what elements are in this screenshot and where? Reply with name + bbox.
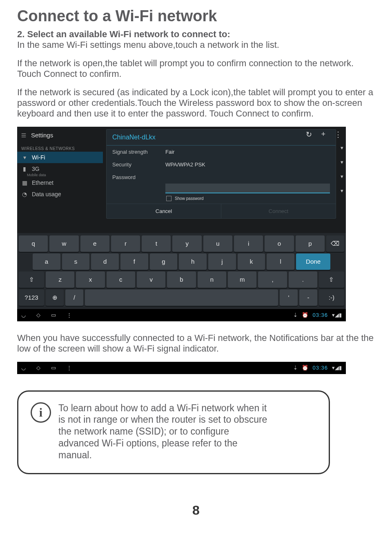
sidebar-item-ethernet[interactable]: ▦ Ethernet xyxy=(17,177,103,188)
signal-icon: ▮ xyxy=(21,166,28,172)
key-s[interactable]: s xyxy=(62,253,90,270)
data-icon: ◔ xyxy=(21,191,28,197)
checkbox-icon xyxy=(166,196,172,201)
wifi-signal-icon: ▾ xyxy=(341,159,343,165)
key-c[interactable]: c xyxy=(107,271,135,288)
key-b[interactable]: b xyxy=(167,271,196,288)
key-smile[interactable]: :-) xyxy=(319,289,344,306)
password-label: Password xyxy=(112,174,165,180)
dialog-ssid: ChinaNet-dLkx xyxy=(107,130,336,146)
key-done[interactable]: Done xyxy=(296,253,330,270)
recent-apps-icon[interactable]: ▭ xyxy=(51,312,56,318)
android-nav-bar: ◡ ◇ ▭ ⋮ ⇣ ⏰ 03:36 ▾◢▮ xyxy=(17,309,346,321)
settings-title[interactable]: Settings xyxy=(17,127,103,144)
key-comma[interactable]: , xyxy=(258,271,287,288)
wifi-signal-icon: ▾ xyxy=(341,145,343,151)
home-icon[interactable]: ◇ xyxy=(36,365,40,371)
svg-rect-1 xyxy=(22,135,26,135)
home-icon[interactable]: ◇ xyxy=(36,312,40,318)
security-value: WPA/WPA2 PSK xyxy=(165,161,205,168)
wifi-password-dialog: ChinaNet-dLkx Signal strength Fair Secur… xyxy=(106,129,336,219)
key-k[interactable]: k xyxy=(238,253,265,270)
nav-more-icon[interactable]: ⋮ xyxy=(67,312,72,318)
key-slash[interactable]: / xyxy=(65,289,83,306)
svg-rect-2 xyxy=(22,137,26,137)
wifi-icon: ▾ xyxy=(21,154,28,161)
cancel-button[interactable]: Cancel xyxy=(107,204,221,218)
key-period[interactable]: . xyxy=(289,271,317,288)
password-input[interactable] xyxy=(165,184,330,193)
android-nav-bar-2: ◡ ◇ ▭ ⋮ ⇣ ⏰ 03:36 ▾◢▮ xyxy=(17,362,346,374)
key-v[interactable]: v xyxy=(137,271,165,288)
clock: 03:36 xyxy=(312,365,328,371)
tip-text: To learn about how to add a Wi-Fi networ… xyxy=(58,402,271,461)
alarm-icon: ⏰ xyxy=(302,312,308,318)
key-q[interactable]: q xyxy=(19,235,48,252)
key-dash[interactable]: - xyxy=(299,289,317,306)
refresh-icon[interactable]: ↻ xyxy=(306,130,312,139)
success-para: When you have successfully connected to … xyxy=(17,333,375,354)
key-e[interactable]: e xyxy=(80,235,109,252)
svg-rect-0 xyxy=(22,133,26,134)
sidebar-item-wifi[interactable]: ▾ Wi-Fi xyxy=(17,152,103,163)
android-wifi-screenshot: Settings WIRELESS & NETWORKS ▾ Wi-Fi ▮ 3… xyxy=(17,127,346,321)
back-icon[interactable]: ◡ xyxy=(21,365,26,371)
wifi-status-icon: ▾◢▮ xyxy=(332,312,342,318)
signal-strength-label: Signal strength xyxy=(112,149,165,155)
key-y[interactable]: y xyxy=(172,235,201,252)
key-h[interactable]: h xyxy=(179,253,207,270)
key-numbers[interactable]: ?123 xyxy=(19,289,44,306)
open-network-para: If the network is open,the tablet will p… xyxy=(17,58,375,80)
network-signal-list: ▾ ▾ ▾ ▾ xyxy=(341,145,343,194)
key-l[interactable]: l xyxy=(267,253,294,270)
clock: 03:36 xyxy=(312,312,328,318)
key-backspace[interactable]: ⌫ xyxy=(326,235,344,252)
secured-network-para: If the network is secured (as indicated … xyxy=(17,87,375,119)
key-i[interactable]: i xyxy=(234,235,263,252)
key-p[interactable]: p xyxy=(296,235,325,252)
download-icon: ⇣ xyxy=(293,365,298,371)
connect-button[interactable]: Connect xyxy=(221,204,336,218)
key-x[interactable]: x xyxy=(76,271,105,288)
recent-apps-icon[interactable]: ▭ xyxy=(51,365,56,371)
key-f[interactable]: f xyxy=(120,253,148,270)
key-shift-right[interactable]: ⇧ xyxy=(319,271,344,288)
onscreen-keyboard: q w e r t y u i o p ⌫ a s d f g h j k xyxy=(17,233,346,309)
key-space[interactable] xyxy=(85,289,278,306)
key-g[interactable]: g xyxy=(150,253,178,270)
key-apostrophe[interactable]: ' xyxy=(280,289,298,306)
info-icon: i xyxy=(31,402,51,423)
key-z[interactable]: z xyxy=(46,271,74,288)
page-title: Connect to a Wi-Fi network xyxy=(17,7,375,25)
show-password-checkbox[interactable]: Show password xyxy=(166,196,336,201)
alarm-icon: ⏰ xyxy=(302,365,308,371)
key-m[interactable]: m xyxy=(228,271,256,288)
download-icon: ⇣ xyxy=(293,312,298,318)
key-r[interactable]: r xyxy=(111,235,140,252)
step2-intro: 2. Select an available Wi-Fi network to … xyxy=(17,29,375,51)
settings-sidebar: Settings WIRELESS & NETWORKS ▾ Wi-Fi ▮ 3… xyxy=(17,127,103,233)
key-t[interactable]: t xyxy=(142,235,171,252)
key-u[interactable]: u xyxy=(203,235,232,252)
key-language[interactable]: ⊕ xyxy=(46,289,64,306)
key-shift-left[interactable]: ⇧ xyxy=(19,271,44,288)
wifi-status-icon: ▾◢▮ xyxy=(332,365,342,371)
overflow-menu-icon[interactable]: ⋮ xyxy=(334,130,342,139)
key-w[interactable]: w xyxy=(49,235,78,252)
nav-more-icon[interactable]: ⋮ xyxy=(67,365,72,371)
key-d[interactable]: d xyxy=(91,253,119,270)
sidebar-item-data-usage[interactable]: ◔ Data usage xyxy=(17,188,103,200)
key-j[interactable]: j xyxy=(208,253,236,270)
settings-icon xyxy=(20,132,27,138)
back-icon[interactable]: ◡ xyxy=(21,312,26,318)
key-o[interactable]: o xyxy=(265,235,294,252)
wireless-networks-header: WIRELESS & NETWORKS xyxy=(17,144,103,152)
wifi-signal-icon: ▾ xyxy=(341,188,343,194)
add-network-icon[interactable]: + xyxy=(321,130,325,139)
key-n[interactable]: n xyxy=(198,271,226,288)
tip-callout: i To learn about how to add a Wi-Fi netw… xyxy=(17,390,330,475)
security-label: Security xyxy=(112,161,165,168)
3g-subtitle: Mobile data xyxy=(27,173,103,177)
key-a[interactable]: a xyxy=(33,253,60,270)
page-number: 8 xyxy=(17,503,375,518)
